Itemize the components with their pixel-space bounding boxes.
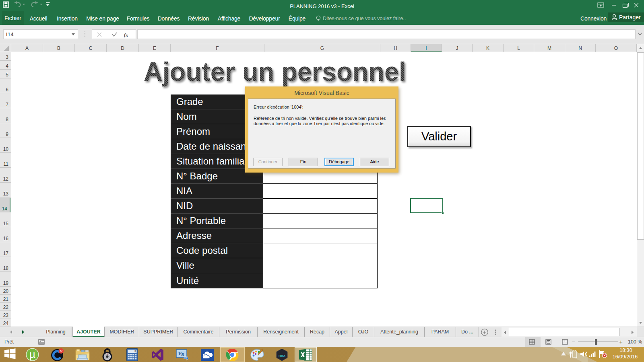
svg-text:8: 8 [134, 350, 136, 353]
svg-text:fx: fx [124, 32, 128, 37]
svg-text:µ: µ [29, 348, 35, 360]
svg-text:B: B [181, 352, 184, 357]
svg-text:Ajouter un personnel: Ajouter un personnel [144, 57, 406, 86]
svg-text:nox: nox [279, 353, 286, 358]
